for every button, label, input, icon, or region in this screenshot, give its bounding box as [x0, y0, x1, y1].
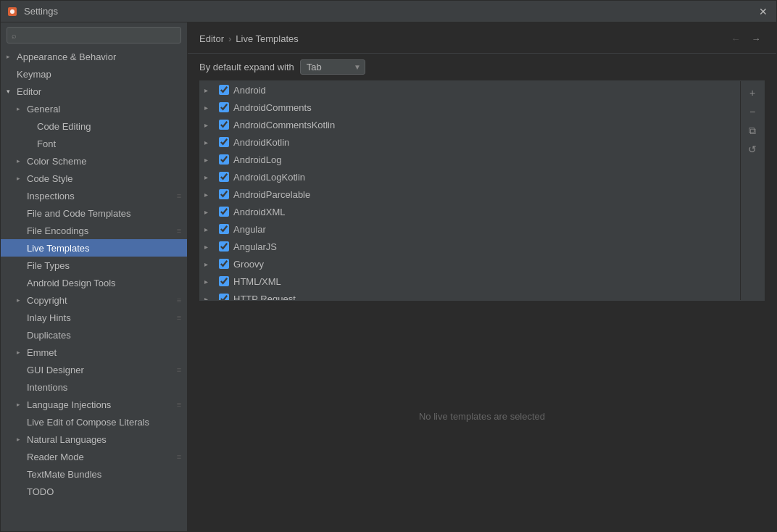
template-name-label: AndroidParcelable — [233, 189, 310, 200]
template-checkbox-androidlogkotlin[interactable] — [219, 172, 229, 182]
sidebar-item-label-file-encodings: File Encodings — [27, 225, 174, 236]
sidebar-item-textmate-bundles[interactable]: TextMate Bundles — [1, 465, 187, 483]
template-name-label: Android — [233, 85, 266, 96]
sidebar-item-emmet[interactable]: ▸Emmet — [1, 344, 187, 361]
template-group-androidcommentskotlin[interactable]: ▸AndroidCommentsKotlin — [200, 116, 740, 133]
template-name-label: HTTP Request — [233, 294, 296, 301]
sidebar-item-android-design-tools[interactable]: Android Design Tools — [1, 274, 187, 291]
sidebar-item-file-and-code-templates[interactable]: File and Code Templates — [1, 204, 187, 222]
sidebar-item-intentions[interactable]: Intentions — [1, 378, 187, 396]
template-group-androidlogkotlin[interactable]: ▸AndroidLogKotlin — [200, 168, 740, 186]
sidebar-item-label-file-and-code-templates: File and Code Templates — [27, 208, 187, 219]
sidebar-item-reader-mode[interactable]: Reader Mode≡ — [1, 448, 187, 465]
template-group-angularjs[interactable]: ▸AngularJS — [200, 238, 740, 255]
template-name-label: AngularJS — [233, 241, 277, 252]
breadcrumb-nav: ← → — [727, 30, 765, 47]
template-group-androidlog[interactable]: ▸AndroidLog — [200, 151, 740, 168]
back-button[interactable]: ← — [727, 30, 744, 47]
sidebar-item-gui-designer[interactable]: GUI Designer≡ — [1, 361, 187, 378]
sidebar-item-editor[interactable]: ▾Editor — [1, 83, 187, 100]
arrow-icon-general: ▸ — [17, 105, 27, 112]
sidebar-item-font[interactable]: Font — [1, 135, 187, 152]
template-checkbox-androidcomments[interactable] — [219, 102, 229, 112]
template-checkbox-android[interactable] — [219, 85, 229, 95]
template-checkbox-http request[interactable] — [219, 294, 229, 300]
template-arrow-icon: ▸ — [204, 138, 215, 146]
template-checkbox-groovy[interactable] — [219, 259, 229, 269]
sidebar-item-file-encodings[interactable]: File Encodings≡ — [1, 222, 187, 239]
template-group-androidparcelable[interactable]: ▸AndroidParcelable — [200, 186, 740, 203]
sidebar-item-file-types[interactable]: File Types — [1, 257, 187, 274]
template-checkbox-html/xml[interactable] — [219, 276, 229, 286]
sidebar-item-appearance[interactable]: ▸Appearance & Behavior — [1, 48, 187, 65]
template-group-androidxml[interactable]: ▸AndroidXML — [200, 203, 740, 220]
window-title: Settings — [24, 6, 756, 17]
sidebar: ⌕ ▸Appearance & BehaviorKeymap▾Editor▸Ge… — [1, 22, 188, 531]
sidebar-item-keymap[interactable]: Keymap — [1, 65, 187, 83]
sidebar-item-natural-languages[interactable]: ▸Natural Languages — [1, 431, 187, 448]
template-checkbox-androidlog[interactable] — [219, 154, 229, 165]
template-name-label: AndroidXML — [233, 207, 286, 217]
sidebar-item-label-copyright: Copyright — [27, 295, 174, 306]
sidebar-item-label-intentions: Intentions — [27, 382, 187, 393]
sidebar-item-copyright[interactable]: ▸Copyright≡ — [1, 291, 187, 309]
remove-button[interactable]: − — [744, 103, 761, 120]
template-arrow-icon: ▸ — [204, 243, 215, 251]
settings-icon-gui-designer: ≡ — [174, 365, 184, 375]
no-selection-text: No live templates are selected — [419, 411, 545, 422]
copy-button[interactable]: ⧉ — [744, 122, 761, 139]
template-checkbox-androidparcelable[interactable] — [219, 189, 229, 199]
template-group-html/xml[interactable]: ▸HTML/XML — [200, 273, 740, 290]
template-group-http-request[interactable]: ▸HTTP Request — [200, 290, 740, 300]
add-button[interactable]: + — [744, 84, 761, 101]
app-icon — [7, 6, 18, 17]
template-checkbox-androidcommentskotlin[interactable] — [219, 120, 229, 130]
template-checkbox-androidxml[interactable] — [219, 207, 229, 217]
template-group-androidkotlin[interactable]: ▸AndroidKotlin — [200, 133, 740, 151]
search-input[interactable] — [20, 30, 176, 41]
sidebar-item-duplicates[interactable]: Duplicates — [1, 326, 187, 344]
arrow-icon-code-style: ▸ — [17, 175, 27, 182]
template-group-angular[interactable]: ▸Angular — [200, 220, 740, 238]
sidebar-item-code-editing[interactable]: Code Editing — [1, 117, 187, 135]
sidebar-item-label-emmet: Emmet — [27, 347, 187, 358]
sidebar-item-inlay-hints[interactable]: Inlay Hints≡ — [1, 309, 187, 326]
sidebar-item-live-edit-compose[interactable]: Live Edit of Compose Literals — [1, 413, 187, 431]
template-group-androidcomments[interactable]: ▸AndroidComments — [200, 99, 740, 116]
sidebar-item-color-scheme[interactable]: ▸Color Scheme — [1, 152, 187, 170]
forward-button[interactable]: → — [747, 30, 765, 47]
expand-dropdown[interactable]: Tab Enter Space — [300, 59, 365, 75]
template-name-label: AndroidCommentsKotlin — [233, 120, 335, 130]
titlebar: Settings ✕ — [1, 1, 776, 22]
search-icon: ⌕ — [12, 31, 17, 40]
sidebar-item-general[interactable]: ▸General — [1, 100, 187, 117]
templates-area: ▸Android▸AndroidComments▸AndroidComments… — [199, 80, 765, 301]
template-checkbox-androidkotlin[interactable] — [219, 137, 229, 147]
template-checkbox-angular[interactable] — [219, 224, 229, 234]
main-content: Editor › Live Templates ← → By default e… — [188, 22, 776, 531]
sidebar-item-label-code-editing: Code Editing — [37, 121, 187, 132]
sidebar-tree: ▸Appearance & BehaviorKeymap▾Editor▸Gene… — [1, 48, 187, 531]
revert-button[interactable]: ↺ — [744, 141, 761, 158]
template-group-groovy[interactable]: ▸Groovy — [200, 255, 740, 273]
sidebar-item-code-style[interactable]: ▸Code Style — [1, 170, 187, 187]
sidebar-item-label-appearance: Appearance & Behavior — [17, 51, 187, 62]
template-group-android[interactable]: ▸Android — [200, 81, 740, 99]
sidebar-item-language-injections[interactable]: ▸Language Injections≡ — [1, 396, 187, 413]
close-button[interactable]: ✕ — [756, 4, 770, 19]
sidebar-item-label-color-scheme: Color Scheme — [27, 156, 187, 167]
template-checkbox-angularjs[interactable] — [219, 241, 229, 252]
template-arrow-icon: ▸ — [204, 121, 215, 129]
sidebar-item-label-gui-designer: GUI Designer — [27, 365, 174, 375]
sidebar-item-todo[interactable]: TODO — [1, 483, 187, 500]
templates-list: ▸Android▸AndroidComments▸AndroidComments… — [200, 81, 740, 300]
sidebar-item-label-inlay-hints: Inlay Hints — [27, 312, 174, 323]
search-box[interactable]: ⌕ — [7, 27, 181, 43]
no-selection-panel: No live templates are selected — [199, 307, 765, 525]
settings-icon-reader-mode: ≡ — [174, 452, 184, 462]
sidebar-item-live-templates[interactable]: Live Templates — [1, 239, 187, 257]
arrow-icon-appearance: ▸ — [7, 53, 17, 60]
sidebar-item-label-file-types: File Types — [27, 260, 187, 271]
sidebar-item-inspections[interactable]: Inspections≡ — [1, 187, 187, 204]
template-arrow-icon: ▸ — [204, 295, 215, 301]
